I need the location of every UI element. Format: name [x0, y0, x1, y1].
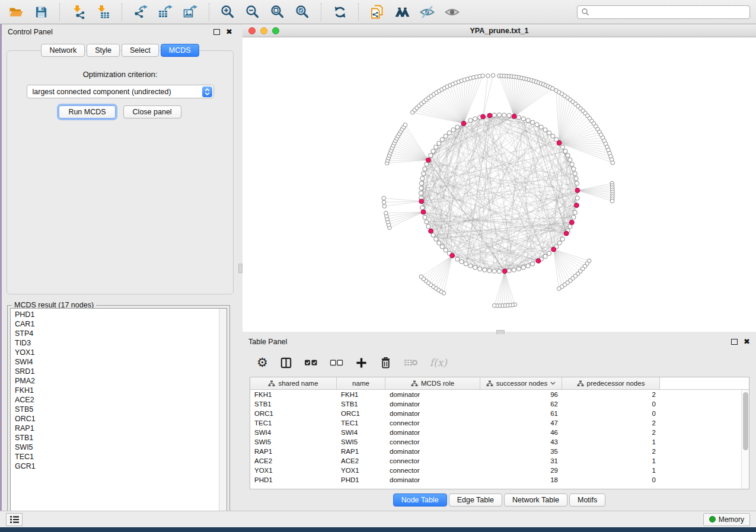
column-header-shared-name[interactable]: shared name	[250, 377, 337, 389]
add-column-icon[interactable]	[355, 357, 368, 369]
network-mcds-node[interactable]	[487, 113, 492, 118]
table-row[interactable]: SWI4SWI4dominator462	[250, 428, 741, 437]
zoom-in-icon[interactable]	[218, 2, 238, 21]
function-builder-icon[interactable]: f(x)	[430, 357, 447, 368]
maximize-window-icon[interactable]	[272, 27, 279, 34]
mcds-result-list[interactable]: PHD1CAR1STP4TID3YOX1SWI4SRD1PMA2FKH1ACE2…	[10, 308, 227, 518]
mcds-result-item[interactable]: SWI4	[11, 357, 227, 367]
network-node[interactable]	[543, 128, 547, 132]
network-leaf-node[interactable]	[382, 200, 386, 204]
network-node[interactable]	[451, 128, 455, 132]
network-node[interactable]	[547, 251, 551, 255]
network-node[interactable]	[526, 264, 530, 268]
mcds-result-item[interactable]: SRD1	[11, 367, 227, 376]
network-leaf-node[interactable]	[610, 199, 614, 203]
tab-node-table[interactable]: Node Table	[393, 493, 447, 507]
network-leaf-node[interactable]	[491, 73, 495, 78]
table-cell[interactable]: 1	[562, 467, 660, 474]
network-node[interactable]	[464, 262, 468, 266]
table-cell[interactable]: ACE2	[337, 457, 385, 464]
network-mcds-node[interactable]	[419, 199, 424, 204]
minimize-window-icon[interactable]	[260, 27, 267, 34]
mcds-result-item[interactable]: ORC1	[11, 414, 227, 424]
mcds-result-item[interactable]: YOX1	[11, 348, 227, 357]
clone-network-icon[interactable]	[367, 2, 387, 21]
vertical-splitter[interactable]	[238, 24, 243, 511]
network-node[interactable]	[437, 141, 441, 145]
network-node[interactable]	[455, 125, 460, 129]
network-node[interactable]	[431, 149, 435, 153]
tab-select[interactable]: Select	[122, 44, 159, 57]
network-node[interactable]	[419, 191, 423, 195]
table-cell[interactable]: SWI4	[337, 429, 385, 436]
table-cell[interactable]: 43	[480, 438, 562, 446]
import-network-icon[interactable]	[68, 2, 88, 21]
table-cell[interactable]: STB1	[337, 400, 385, 408]
network-mcds-node[interactable]	[564, 231, 569, 236]
table-settings-gear-icon[interactable]: ⚙	[257, 357, 268, 368]
table-row[interactable]: STB1STB1dominator620	[250, 399, 741, 409]
table-cell[interactable]: RAP1	[250, 448, 337, 455]
panel-list-icon[interactable]	[6, 513, 23, 526]
table-scrollbar-thumb[interactable]	[743, 392, 748, 450]
network-node[interactable]	[423, 167, 427, 171]
network-mcds-node[interactable]	[575, 203, 579, 208]
network-leaf-node[interactable]	[486, 74, 490, 78]
network-mcds-node[interactable]	[461, 121, 466, 126]
table-cell[interactable]: RAP1	[337, 448, 385, 455]
network-leaf-node[interactable]	[551, 86, 555, 91]
table-cell[interactable]: 31	[480, 457, 562, 464]
tab-edge-table[interactable]: Edge Table	[449, 493, 502, 507]
table-cell[interactable]: FKH1	[250, 391, 337, 398]
table-cell[interactable]: TEC1	[250, 419, 337, 427]
network-node[interactable]	[423, 215, 427, 219]
network-node[interactable]	[425, 162, 429, 166]
table-cell[interactable]: TEC1	[337, 419, 385, 427]
network-node[interactable]	[535, 123, 539, 127]
float-panel-icon[interactable]	[213, 29, 220, 35]
network-node[interactable]	[426, 225, 430, 229]
tab-mcds[interactable]: MCDS	[161, 44, 199, 57]
network-mcds-node[interactable]	[421, 210, 426, 214]
network-mcds-node[interactable]	[426, 158, 431, 162]
run-mcds-button[interactable]: Run MCDS	[59, 105, 115, 118]
table-cell[interactable]: connector	[385, 419, 480, 427]
network-node[interactable]	[575, 181, 579, 185]
table-cell[interactable]: dominator	[385, 410, 480, 417]
network-node[interactable]	[521, 117, 525, 121]
table-cell[interactable]: 96	[480, 391, 562, 398]
float-panel-icon[interactable]	[731, 339, 738, 345]
table-cell[interactable]: SWI5	[250, 438, 337, 446]
table-row[interactable]: SWI5SWI5connector431	[250, 437, 741, 447]
mcds-result-item[interactable]: PMA2	[11, 376, 227, 386]
column-header-predecessor-nodes[interactable]: predecessor nodes	[562, 377, 660, 389]
mcds-result-item[interactable]: STB1	[11, 433, 227, 443]
network-node[interactable]	[563, 149, 567, 153]
network-node[interactable]	[420, 206, 425, 210]
table-cell[interactable]: 2	[562, 391, 660, 398]
table-cell[interactable]: ORC1	[250, 410, 337, 417]
table-cell[interactable]: dominator	[385, 448, 480, 455]
network-node[interactable]	[434, 145, 438, 149]
table-cell[interactable]: 1	[562, 438, 660, 446]
network-node[interactable]	[447, 131, 451, 135]
network-node[interactable]	[573, 210, 577, 214]
table-cell[interactable]: 0	[562, 400, 660, 408]
table-cell[interactable]: 62	[480, 400, 562, 408]
network-mcds-node[interactable]	[557, 140, 562, 145]
hide-selected-eye-slash-icon[interactable]	[417, 2, 437, 21]
column-header-name[interactable]: name	[337, 377, 385, 389]
mcds-result-item[interactable]: SWI5	[11, 443, 227, 452]
network-node[interactable]	[502, 113, 506, 117]
table-cell[interactable]: YOX1	[337, 467, 385, 474]
network-leaf-node[interactable]	[611, 161, 615, 165]
table-cell[interactable]: PHD1	[250, 476, 337, 483]
table-row[interactable]: ACE2ACE2connector311	[250, 456, 741, 466]
tab-network[interactable]: Network	[41, 44, 85, 57]
table-cell[interactable]: PHD1	[337, 476, 385, 483]
zoom-out-icon[interactable]	[243, 2, 263, 21]
network-leaf-node[interactable]	[557, 287, 561, 291]
network-node[interactable]	[460, 259, 464, 264]
network-node[interactable]	[566, 153, 570, 158]
memory-button[interactable]: Memory	[703, 513, 750, 526]
